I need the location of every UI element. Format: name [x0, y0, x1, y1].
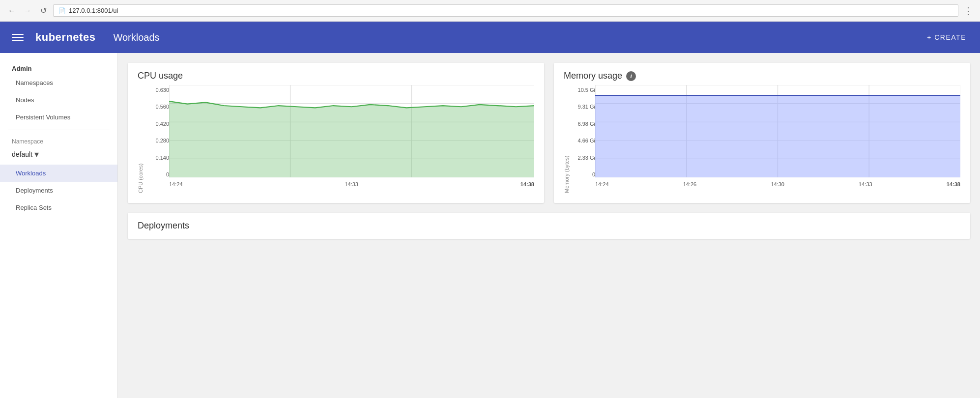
memory-x-tick-1: 14:26 [683, 181, 697, 193]
svg-rect-1 [12, 37, 24, 38]
admin-section-label: Admin [0, 61, 117, 74]
cpu-y-tick-4: 0.140 [144, 155, 169, 161]
sidebar-item-persistent-volumes[interactable]: Persistent Volumes [0, 109, 117, 126]
create-button[interactable]: + CREATE [921, 29, 972, 45]
forward-button[interactable]: → [22, 5, 33, 17]
charts-row: CPU usage CPU (cores) 0.630 0.560 0.420 … [128, 63, 970, 203]
cpu-chart-svg [169, 85, 534, 177]
sidebar: Admin Namespaces Nodes Persistent Volume… [0, 53, 118, 398]
sidebar-divider [8, 130, 110, 130]
memory-y-axis-label: Memory (bytes) [564, 85, 570, 193]
namespace-label: Namespace [0, 134, 117, 146]
memory-x-tick-0: 14:24 [595, 181, 609, 193]
cpu-y-axis: 0.630 0.560 0.420 0.280 0.140 0 [144, 85, 169, 193]
cpu-x-axis: 14:24 14:33 14:38 [169, 179, 534, 193]
cpu-chart-title: CPU usage [138, 71, 534, 81]
cpu-x-tick-0: 14:24 [169, 181, 183, 193]
cpu-y-tick-3: 0.280 [144, 138, 169, 143]
sidebar-item-nodes[interactable]: Nodes [0, 91, 117, 109]
browser-menu-button[interactable]: ⋮ [962, 5, 974, 17]
reload-button[interactable]: ↺ [37, 5, 49, 17]
sidebar-item-namespaces[interactable]: Namespaces [0, 74, 117, 91]
page-icon: 📄 [58, 7, 66, 14]
memory-y-tick-3: 4.66 Gi [570, 138, 595, 143]
memory-y-tick-5: 0 [570, 171, 595, 177]
cpu-y-tick-0: 0.630 [144, 87, 169, 93]
cpu-y-tick-2: 0.420 [144, 121, 169, 127]
namespace-value: default [12, 150, 32, 158]
memory-y-tick-0: 10.5 Gi [570, 87, 595, 93]
page-title: Workloads [113, 32, 159, 43]
memory-x-tick-4: 14:38 [947, 181, 960, 193]
hamburger-menu-button[interactable] [8, 28, 28, 47]
cpu-y-axis-label: CPU (cores) [138, 85, 144, 193]
chevron-down-icon: ▾ [34, 149, 39, 160]
back-button[interactable]: ← [6, 5, 18, 17]
url-text: 127.0.0.1:8001/ui [69, 7, 118, 14]
memory-fill-area [595, 95, 960, 177]
browser-chrome: ← → ↺ 📄 127.0.0.1:8001/ui ⋮ [0, 0, 980, 22]
memory-chart-container: Memory (bytes) 10.5 Gi 9.31 Gi 6.98 Gi 4… [564, 85, 960, 193]
svg-rect-0 [12, 34, 24, 35]
memory-x-tick-3: 14:33 [859, 181, 872, 193]
memory-y-axis: 10.5 Gi 9.31 Gi 6.98 Gi 4.66 Gi 2.33 Gi … [570, 85, 595, 193]
cpu-chart-area: 14:24 14:33 14:38 Time [169, 85, 534, 193]
cpu-chart-card: CPU usage CPU (cores) 0.630 0.560 0.420 … [128, 63, 544, 203]
memory-chart-svg [595, 85, 960, 177]
address-bar[interactable]: 📄 127.0.0.1:8001/ui [53, 4, 958, 17]
app-header: kubernetes Workloads + CREATE [0, 22, 980, 53]
memory-y-tick-2: 6.98 Gi [570, 121, 595, 127]
svg-rect-2 [12, 40, 24, 41]
sidebar-item-replica-sets[interactable]: Replica Sets [0, 199, 117, 216]
cpu-fill-area [169, 101, 534, 177]
memory-chart-title: Memory usage i [564, 71, 960, 81]
deployments-section-title: Deployments [138, 221, 960, 231]
cpu-y-tick-5: 0 [144, 171, 169, 177]
memory-chart-title-text: Memory usage [564, 71, 622, 81]
memory-chart-area: 14:24 14:26 14:30 14:33 14:38 Time [595, 85, 960, 193]
memory-x-axis: 14:24 14:26 14:30 14:33 14:38 [595, 179, 960, 193]
namespace-selector[interactable]: default ▾ [0, 146, 117, 165]
app-body: Admin Namespaces Nodes Persistent Volume… [0, 53, 980, 398]
memory-y-tick-1: 9.31 Gi [570, 104, 595, 110]
info-icon[interactable]: i [626, 71, 636, 81]
memory-x-tick-2: 14:30 [771, 181, 784, 193]
cpu-x-tick-2: 14:38 [520, 181, 534, 193]
main-content: CPU usage CPU (cores) 0.630 0.560 0.420 … [118, 53, 980, 398]
cpu-y-tick-1: 0.560 [144, 104, 169, 110]
cpu-chart-container: CPU (cores) 0.630 0.560 0.420 0.280 0.14… [138, 85, 534, 193]
memory-chart-card: Memory usage i Memory (bytes) 10.5 Gi 9.… [554, 63, 970, 203]
sidebar-item-deployments[interactable]: Deployments [0, 182, 117, 199]
memory-y-tick-4: 2.33 Gi [570, 155, 595, 161]
cpu-x-tick-1: 14:33 [345, 181, 358, 193]
deployments-card: Deployments [128, 213, 970, 239]
app-logo: kubernetes [35, 31, 95, 44]
sidebar-item-workloads[interactable]: Workloads [0, 165, 117, 182]
